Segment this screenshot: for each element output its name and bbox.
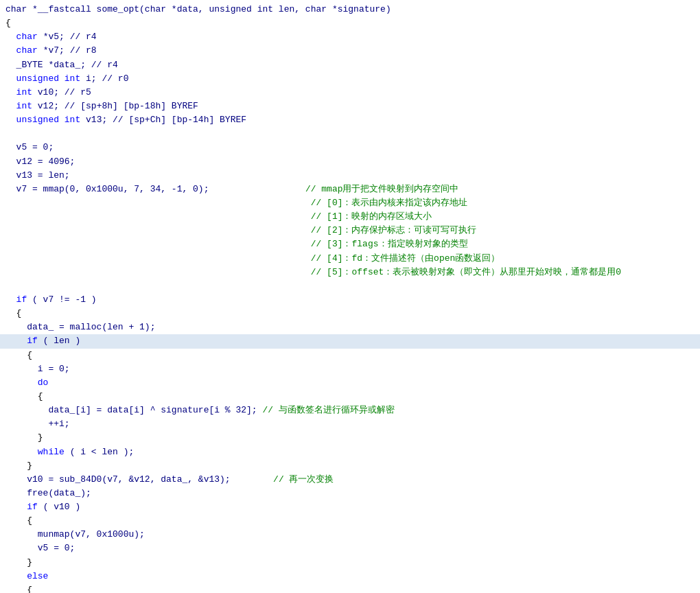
code-line: if ( v10 ) <box>0 500 700 514</box>
code-line: v5 = 0; <box>0 542 700 555</box>
code-line: // [0]：表示由内核来指定该内存地址 <box>0 196 700 210</box>
code-line: } <box>0 556 700 570</box>
code-line: // [2]：内存保护标志：可读可写可执行 <box>0 224 700 237</box>
code-line: if ( len ) <box>0 334 700 348</box>
code-token: } <box>5 556 32 570</box>
code-token: { <box>5 514 32 528</box>
code-line: if ( v7 != -1 ) <box>0 293 700 307</box>
code-token: if <box>27 334 38 348</box>
code-line: char *v5; // r4 <box>0 30 700 44</box>
code-token: { <box>5 16 11 30</box>
code-token: v7 = mmap(0, 0x1000u, 7, 34, -1, 0); <box>5 183 305 196</box>
code-token: *v5; // r4 <box>38 30 97 44</box>
code-line: v7 = mmap(0, 0x1000u, 7, 34, -1, 0); // … <box>0 183 700 196</box>
code-token: { <box>5 390 43 404</box>
code-line: v5 = 0; <box>0 141 700 154</box>
code-token: // [2]：内存保护标志：可读可写可执行 <box>311 224 477 237</box>
code-token <box>5 224 311 237</box>
code-token: unsigned int <box>16 72 81 86</box>
code-token <box>5 30 16 44</box>
code-line: { <box>0 307 700 321</box>
code-token: unsigned int <box>16 113 81 127</box>
code-token <box>5 252 311 266</box>
code-token: v13 = len; <box>5 169 70 183</box>
code-token <box>5 86 16 100</box>
code-token <box>5 196 311 210</box>
code-line: _BYTE *data_; // r4 <box>0 58 700 72</box>
code-token: i; // r0 <box>80 72 128 86</box>
code-token <box>5 100 16 113</box>
code-token <box>5 72 16 86</box>
code-line: while ( i < len ); <box>0 445 700 459</box>
code-line: // [3]：flags：指定映射对象的类型 <box>0 237 700 251</box>
code-token: if <box>27 500 38 514</box>
code-token: i = 0; <box>5 362 70 376</box>
code-token: { <box>5 349 32 362</box>
code-token: v10 = sub_84D0(v7, &v12, data_, &v13); <box>5 473 273 487</box>
code-token: v13; // [sp+Ch] [bp-14h] BYREF <box>80 113 246 127</box>
code-line: do <box>0 376 700 390</box>
code-token: else <box>27 570 48 583</box>
code-line: data_[i] = data[i] ^ signature[i % 32]; … <box>0 404 700 417</box>
code-token: char *__fastcall some_opt(char *data, un… <box>5 3 391 16</box>
code-token: v10; // r5 <box>32 86 91 100</box>
code-token <box>5 570 27 583</box>
code-token: int <box>16 86 32 100</box>
code-line: // [4]：fd：文件描述符（由open函数返回） <box>0 252 700 266</box>
code-token: v12; // [sp+8h] [bp-18h] BYREF <box>32 100 198 113</box>
code-token: // [5]：offset：表示被映射对象（即文件）从那里开始对映，通常都是用0 <box>311 266 621 279</box>
code-token: free(data_); <box>5 487 91 500</box>
code-token: do <box>38 376 49 390</box>
code-line: { <box>0 390 700 404</box>
code-token: while <box>38 445 65 459</box>
code-token: // mmap用于把文件映射到内存空间中 <box>305 183 459 196</box>
code-token <box>5 445 38 459</box>
code-token: ( len ) <box>38 334 80 348</box>
code-line: // [5]：offset：表示被映射对象（即文件）从那里开始对映，通常都是用0 <box>0 266 700 279</box>
code-token <box>5 237 311 251</box>
code-token: ( v7 != -1 ) <box>27 293 96 307</box>
code-line: free(data_); <box>0 487 700 500</box>
code-line: else <box>0 570 700 583</box>
code-token: data_ = malloc(len + 1); <box>5 321 155 334</box>
code-token: ( i < len ); <box>65 445 134 459</box>
code-line: ++i; <box>0 417 700 431</box>
code-line: { <box>0 583 700 593</box>
code-token <box>5 266 311 279</box>
code-token: v5 = 0; <box>5 542 75 555</box>
code-token <box>5 44 16 58</box>
code-token: munmap(v7, 0x1000u); <box>5 528 145 542</box>
code-line: data_ = malloc(len + 1); <box>0 321 700 334</box>
code-token: int <box>16 100 32 113</box>
code-token: // 与函数签名进行循环异或解密 <box>262 404 394 417</box>
code-token: // 再一次变换 <box>273 473 334 487</box>
code-view: char *__fastcall some_opt(char *data, un… <box>0 0 700 593</box>
code-token: // [0]：表示由内核来指定该内存地址 <box>311 196 468 210</box>
code-token: _BYTE *data_; // r4 <box>5 58 118 72</box>
code-line: i = 0; <box>0 362 700 376</box>
code-line: { <box>0 16 700 30</box>
code-line: int v12; // [sp+8h] [bp-18h] BYREF <box>0 100 700 113</box>
code-token <box>5 500 27 514</box>
code-line: char *v7; // r8 <box>0 44 700 58</box>
code-line: v12 = 4096; <box>0 155 700 169</box>
code-token: char <box>16 44 38 58</box>
code-token: ( v10 ) <box>38 500 80 514</box>
code-line: unsigned int i; // r0 <box>0 72 700 86</box>
code-token: // [4]：fd：文件描述符（由open函数返回） <box>311 252 500 266</box>
code-token: { <box>5 307 21 321</box>
code-token: *v7; // r8 <box>38 44 97 58</box>
code-token: // [1]：映射的内存区域大小 <box>311 210 432 224</box>
code-token: v12 = 4096; <box>5 155 75 169</box>
code-token: } <box>5 459 32 473</box>
code-token: v5 = 0; <box>5 141 54 154</box>
code-token: // [3]：flags：指定映射对象的类型 <box>311 237 468 251</box>
code-line: unsigned int v13; // [sp+Ch] [bp-14h] BY… <box>0 113 700 127</box>
code-token <box>5 334 27 348</box>
code-line: char *__fastcall some_opt(char *data, un… <box>0 3 700 16</box>
code-line: v13 = len; <box>0 169 700 183</box>
code-token <box>5 113 16 127</box>
code-line: } <box>0 459 700 473</box>
code-line: { <box>0 514 700 528</box>
code-token <box>5 376 38 390</box>
